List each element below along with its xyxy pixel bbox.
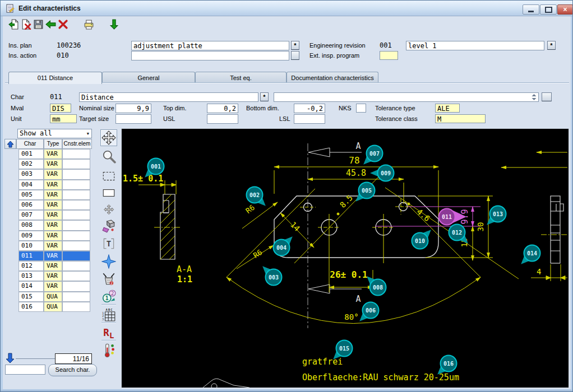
table-row[interactable]: 007VAR bbox=[5, 210, 90, 220]
mval-field[interactable]: DIS bbox=[50, 104, 71, 113]
cancel-icon[interactable] bbox=[58, 19, 68, 30]
star-tool-button[interactable] bbox=[100, 253, 117, 270]
table-cell[interactable] bbox=[62, 292, 90, 302]
title-bar[interactable]: Edit characteristics × bbox=[1, 1, 572, 16]
table-row[interactable]: 011VAR bbox=[5, 251, 90, 261]
move-tool-button[interactable] bbox=[100, 201, 117, 218]
tab-test-eq[interactable]: Test eq. bbox=[195, 72, 286, 83]
char-name-field[interactable]: Distance bbox=[79, 92, 258, 102]
char-detail-button[interactable] bbox=[542, 92, 552, 101]
table-cell[interactable]: VAR bbox=[44, 210, 62, 220]
tab-general[interactable]: General bbox=[102, 72, 195, 83]
zoom-tool-button[interactable] bbox=[100, 148, 117, 165]
table-cell[interactable] bbox=[62, 180, 90, 190]
table-row[interactable]: 010VAR bbox=[5, 241, 90, 251]
table-cell[interactable]: 003 bbox=[19, 169, 44, 179]
table-cell[interactable]: VAR bbox=[44, 149, 62, 159]
table-cell[interactable] bbox=[62, 261, 90, 271]
table-cell[interactable]: VAR bbox=[44, 159, 62, 169]
filter-dropdown[interactable]: Show all ▼ bbox=[17, 129, 92, 138]
char-extra-field[interactable] bbox=[274, 92, 539, 102]
table-cell[interactable]: QUA bbox=[44, 302, 62, 312]
table-row[interactable]: 012VAR bbox=[5, 261, 90, 271]
table-row[interactable]: 005VAR bbox=[5, 190, 90, 200]
close-button[interactable]: × bbox=[557, 4, 573, 15]
table-row[interactable]: 016QUA bbox=[5, 302, 90, 312]
new-item-icon[interactable] bbox=[8, 19, 19, 30]
table-cell[interactable] bbox=[62, 210, 90, 220]
maximize-button[interactable] bbox=[540, 4, 557, 15]
back-icon[interactable] bbox=[45, 19, 56, 30]
table-cell[interactable]: VAR bbox=[44, 241, 62, 251]
table-cell[interactable] bbox=[62, 169, 90, 179]
numbering-tool-button[interactable]: 2 1 bbox=[100, 288, 117, 305]
table-cell[interactable] bbox=[62, 149, 90, 159]
table-cell[interactable] bbox=[62, 231, 90, 241]
statistics-tool-button[interactable] bbox=[100, 342, 117, 358]
tab-011-distance[interactable]: 011 Distance bbox=[8, 72, 102, 84]
target-field[interactable] bbox=[115, 114, 151, 124]
column-type[interactable]: Type bbox=[44, 139, 62, 149]
table-cell[interactable]: 008 bbox=[19, 220, 44, 230]
table-cell[interactable]: VAR bbox=[44, 200, 62, 210]
table-row[interactable]: 014VAR bbox=[5, 281, 90, 291]
collect-tool-button[interactable]: 2 bbox=[100, 270, 117, 287]
import-icon[interactable] bbox=[109, 19, 119, 30]
viewport-tool-button[interactable] bbox=[100, 184, 117, 201]
table-cell[interactable] bbox=[62, 271, 90, 281]
table-cell[interactable] bbox=[62, 302, 90, 312]
table-row[interactable]: 009VAR bbox=[5, 231, 90, 241]
table-cell[interactable]: 014 bbox=[19, 281, 44, 291]
search-input[interactable] bbox=[5, 365, 45, 375]
table-cell[interactable]: 011 bbox=[19, 251, 44, 261]
plan-description2-field[interactable] bbox=[131, 51, 289, 60]
ext-insp-field[interactable] bbox=[380, 51, 398, 60]
top-dim-field[interactable]: 0,2 bbox=[207, 104, 238, 113]
table-cell[interactable]: VAR bbox=[44, 169, 62, 179]
eng-rev-lookup-button[interactable]: * bbox=[547, 41, 556, 50]
table-row[interactable]: 013VAR bbox=[5, 271, 90, 281]
text-tool-button[interactable]: T bbox=[100, 235, 117, 252]
nks-field[interactable] bbox=[356, 104, 366, 113]
table-cell[interactable]: VAR bbox=[44, 231, 62, 241]
table-cell[interactable]: 012 bbox=[19, 261, 44, 271]
table-cell[interactable]: QUA bbox=[44, 292, 62, 302]
table-cell[interactable]: VAR bbox=[44, 281, 62, 291]
table-row[interactable]: 006VAR bbox=[5, 200, 90, 210]
table-cell[interactable] bbox=[62, 159, 90, 169]
table-cell[interactable]: VAR bbox=[44, 251, 62, 261]
column-char[interactable]: Char bbox=[16, 139, 44, 149]
spinner-icon[interactable] bbox=[531, 94, 537, 101]
table-cell[interactable]: 013 bbox=[19, 271, 44, 281]
table-row[interactable]: 015QUA bbox=[5, 292, 90, 302]
page-down-button[interactable] bbox=[5, 353, 15, 363]
print-icon[interactable] bbox=[84, 19, 94, 30]
table-cell[interactable]: 002 bbox=[19, 159, 44, 169]
tolerance-type-field[interactable]: ALE bbox=[435, 104, 460, 113]
table-cell[interactable] bbox=[62, 241, 90, 251]
table-row[interactable]: 004VAR bbox=[5, 180, 90, 190]
table-cell[interactable] bbox=[62, 220, 90, 230]
table-cell[interactable]: 005 bbox=[19, 190, 44, 200]
table-cell[interactable] bbox=[62, 281, 90, 291]
save-icon[interactable] bbox=[33, 19, 44, 30]
usl-field[interactable] bbox=[207, 114, 238, 124]
table-cell[interactable]: VAR bbox=[44, 261, 62, 271]
table-grid-tool-button[interactable]: ABC 123 bbox=[100, 306, 117, 323]
nominal-field[interactable]: 9,9 bbox=[115, 104, 151, 113]
table-row[interactable]: 001VAR bbox=[5, 149, 90, 159]
table-cell[interactable]: 001 bbox=[19, 149, 44, 159]
pan-tool-button[interactable] bbox=[100, 129, 117, 146]
stamp-tool-button[interactable] bbox=[100, 218, 117, 235]
bottom-dim-field[interactable]: -0,2 bbox=[294, 104, 325, 113]
table-cell[interactable] bbox=[62, 190, 90, 200]
cad-canvas[interactable]: A A bbox=[121, 128, 569, 388]
table-cell[interactable]: 016 bbox=[19, 302, 44, 312]
search-char-button[interactable]: Search char. bbox=[48, 364, 97, 376]
column-cnstr-elem[interactable]: Cnstr.elem bbox=[62, 139, 92, 149]
table-row[interactable]: 002VAR bbox=[5, 159, 90, 169]
table-cell[interactable]: VAR bbox=[44, 190, 62, 200]
tolerance-class-field[interactable]: M bbox=[435, 114, 486, 123]
table-row[interactable]: 003VAR bbox=[5, 169, 90, 179]
delete-item-icon[interactable] bbox=[21, 19, 31, 30]
